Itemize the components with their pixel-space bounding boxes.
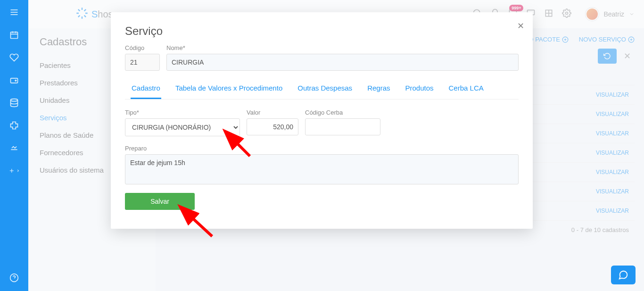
- menu-icon[interactable]: [8, 7, 20, 18]
- visualizar-link[interactable]: VISUALIZAR: [596, 91, 629, 98]
- clear-button[interactable]: ✕: [619, 49, 635, 64]
- grid-icon[interactable]: [544, 8, 553, 20]
- puzzle-icon[interactable]: [8, 120, 20, 131]
- add-icon[interactable]: [8, 165, 20, 176]
- chat-icon: [618, 270, 628, 280]
- chevron-down-icon: [629, 11, 635, 17]
- label-codigo: Código: [125, 44, 160, 51]
- plus-circle-icon: [562, 36, 569, 43]
- visualizar-link[interactable]: VISUALIZAR: [596, 111, 629, 117]
- svg-rect-3: [11, 32, 18, 38]
- codigo-input[interactable]: [125, 54, 160, 71]
- modal-title: Serviço: [125, 25, 519, 38]
- tab-produtos[interactable]: Produtos: [404, 79, 434, 99]
- help-icon[interactable]: [8, 272, 20, 283]
- user-name: Beatriz: [603, 10, 624, 18]
- svg-point-21: [566, 12, 568, 15]
- tab-cerba[interactable]: Cerba LCA: [448, 79, 485, 99]
- heart-icon[interactable]: [8, 52, 20, 63]
- visualizar-link[interactable]: VISUALIZAR: [596, 208, 629, 214]
- chat-button[interactable]: [611, 266, 636, 284]
- handshake-icon[interactable]: [8, 142, 20, 154]
- notif-badge: 999+: [509, 5, 523, 11]
- label-valor: Valor: [247, 109, 298, 116]
- avatar: [586, 8, 599, 21]
- visualizar-link[interactable]: VISUALIZAR: [596, 130, 629, 137]
- svg-point-8: [15, 80, 17, 82]
- novo-servico-button[interactable]: NOVO SERVIÇO: [579, 36, 635, 43]
- user-menu[interactable]: Beatriz: [586, 8, 635, 21]
- svg-point-9: [11, 99, 18, 101]
- preparo-textarea[interactable]: [125, 154, 519, 184]
- visualizar-link[interactable]: VISUALIZAR: [596, 150, 629, 156]
- tab-regras[interactable]: Regras: [366, 79, 391, 99]
- logo-icon: [75, 7, 89, 22]
- settings-icon[interactable]: [562, 8, 571, 20]
- service-modal: ✕ Serviço Código Nome* Cadastro Tabela d…: [111, 12, 533, 229]
- tipo-select[interactable]: CIRURGIA (HONORÁRIO): [125, 118, 240, 136]
- database-icon[interactable]: [8, 97, 20, 108]
- icon-sidebar: [0, 0, 28, 291]
- visualizar-link[interactable]: VISUALIZAR: [596, 188, 629, 195]
- valor-input[interactable]: [247, 118, 298, 135]
- save-button[interactable]: Salvar: [125, 193, 195, 210]
- calendar-icon[interactable]: [8, 29, 20, 41]
- label-cerba: Código Cerba: [305, 109, 380, 116]
- wallet-icon[interactable]: [8, 75, 20, 86]
- cerba-input[interactable]: [305, 118, 380, 135]
- label-tipo: Tipo*: [125, 109, 240, 116]
- plus-circle-icon: [628, 36, 635, 43]
- tab-outras-despesas[interactable]: Outras Despesas: [297, 79, 353, 99]
- label-preparo: Preparo: [125, 145, 519, 152]
- tab-cadastro[interactable]: Cadastro: [131, 79, 161, 99]
- visualizar-link[interactable]: VISUALIZAR: [596, 169, 629, 175]
- refresh-button[interactable]: [598, 49, 617, 64]
- modal-tabs: Cadastro Tabela de Valores x Procediment…: [125, 79, 519, 100]
- label-nome: Nome*: [166, 44, 519, 51]
- nome-input[interactable]: [166, 54, 519, 71]
- tab-tabela-valores[interactable]: Tabela de Valores x Procedimento: [174, 79, 283, 99]
- close-button[interactable]: ✕: [517, 21, 524, 31]
